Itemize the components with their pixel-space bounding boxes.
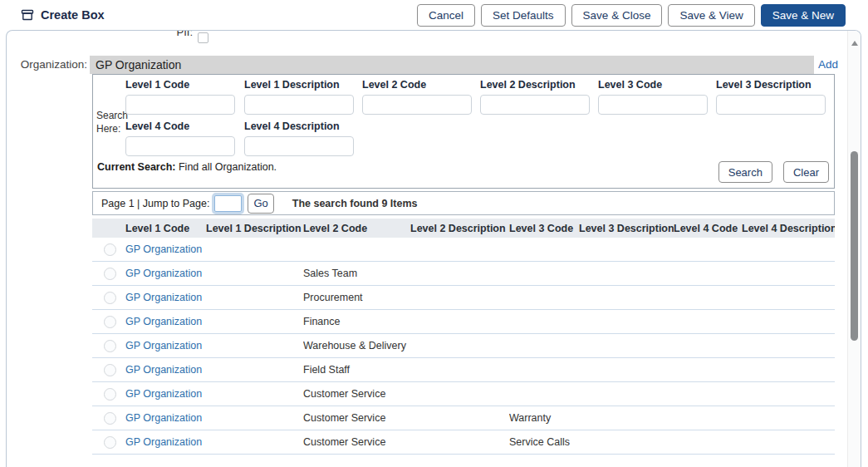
header-level-4-description: Level 4 Description: [742, 223, 835, 234]
field-level-1-description: Level 1 Description: [244, 79, 357, 115]
pii-checkbox[interactable]: [198, 32, 208, 43]
level-2-description-input[interactable]: [480, 95, 590, 115]
level-4-code-input[interactable]: [125, 136, 235, 156]
create-box-page: Create Box Cancel Set Defaults Save & Cl…: [0, 0, 868, 467]
level-3-code-label: Level 3 Code: [598, 79, 711, 91]
cell-level2-code: Procurement: [303, 292, 410, 303]
search-panel: Search Here: Level 1 Code Level 1 Descri…: [92, 74, 835, 189]
table-row: GP Organization Customer Service Warrant…: [92, 406, 835, 430]
cell-level2-code: Customer Service: [303, 388, 410, 400]
level-3-description-label: Level 3 Description: [716, 79, 829, 91]
page-title-group: Create Box: [21, 8, 105, 22]
go-button[interactable]: Go: [248, 194, 273, 214]
header-level-1-description: Level 1 Description: [206, 223, 303, 234]
organization-value-bar: GP Organization: [90, 56, 814, 74]
page-jump-label: Page 1 | Jump to Page:: [101, 198, 209, 209]
field-level-3-description: Level 3 Description: [716, 79, 829, 115]
jump-to-page-input[interactable]: [214, 195, 242, 212]
field-level-1-code: Level 1 Code: [125, 79, 238, 115]
header-level-2-code: Level 2 Code: [303, 223, 410, 234]
row-select-radio[interactable]: [104, 340, 116, 352]
level-2-code-label: Level 2 Code: [362, 79, 475, 91]
save-and-view-button[interactable]: Save & View: [668, 4, 754, 27]
table-header: Level 1 Code Level 1 Description Level 2…: [92, 219, 835, 238]
level-1-code-input[interactable]: [125, 95, 235, 115]
clear-button[interactable]: Clear: [783, 161, 829, 183]
set-defaults-button[interactable]: Set Defaults: [481, 4, 566, 27]
level1-code-link[interactable]: GP Organization: [125, 364, 202, 376]
table-body: GP Organization GP Organization Sales Te…: [92, 238, 835, 455]
toolbar-buttons: Cancel Set Defaults Save & Close Save & …: [417, 4, 846, 27]
cell-level2-code: Field Staff: [303, 364, 410, 376]
row-select-radio[interactable]: [104, 316, 116, 328]
scroll-up-arrow-icon[interactable]: [851, 41, 858, 46]
cell-level2-code: Finance: [303, 316, 410, 327]
cell-level2-code: Customer Service: [303, 436, 410, 448]
search-button[interactable]: Search: [718, 161, 772, 183]
level-2-code-input[interactable]: [362, 95, 472, 115]
row-select-radio[interactable]: [104, 268, 116, 280]
vertical-scrollbar[interactable]: [847, 31, 861, 467]
table-row: GP Organization Procurement: [92, 286, 835, 310]
level1-code-link[interactable]: GP Organization: [125, 292, 202, 303]
level1-code-link[interactable]: GP Organization: [125, 243, 202, 255]
table-row: GP Organization Customer Service: [92, 382, 835, 406]
header-level-1-code: Level 1 Code: [125, 223, 206, 234]
save-and-new-button[interactable]: Save & New: [761, 4, 846, 27]
scrollbar-thumb[interactable]: [851, 151, 858, 341]
header-level-2-description: Level 2 Description: [410, 223, 509, 234]
pagination-bar: Page 1 | Jump to Page: Go The search fou…: [92, 191, 835, 215]
search-actions: Search Clear: [718, 161, 829, 183]
pii-label: PII:: [156, 30, 193, 38]
table-row: GP Organization Warehouse & Delivery: [92, 334, 835, 358]
row-select-radio[interactable]: [104, 292, 116, 304]
level1-code-link[interactable]: GP Organization: [125, 436, 202, 448]
form-panel: PII: Organization: GP Organization Add S…: [6, 30, 861, 467]
results-count-text: The search found 9 Items: [292, 198, 418, 209]
cell-level3-code: Service Calls: [509, 436, 579, 448]
row-select-radio[interactable]: [104, 436, 116, 449]
table-row: GP Organization Finance: [92, 310, 835, 334]
level1-code-link[interactable]: GP Organization: [125, 268, 202, 279]
level1-code-link[interactable]: GP Organization: [125, 412, 202, 424]
level1-code-link[interactable]: GP Organization: [125, 388, 202, 400]
header-level-4-code: Level 4 Code: [674, 223, 742, 234]
table-row: GP Organization: [92, 238, 835, 262]
field-level-3-code: Level 3 Code: [598, 79, 711, 115]
add-link[interactable]: Add: [818, 58, 838, 71]
level-3-description-input[interactable]: [716, 95, 826, 115]
row-select-radio[interactable]: [104, 364, 116, 376]
current-search-line: Current Search: Find all Organization.: [97, 161, 277, 173]
table-row: GP Organization Sales Team: [92, 262, 835, 286]
level1-code-link[interactable]: GP Organization: [125, 316, 202, 327]
level1-code-link[interactable]: GP Organization: [125, 340, 202, 351]
level-4-description-label: Level 4 Description: [244, 120, 357, 132]
cell-level2-code: Warehouse & Delivery: [303, 340, 410, 351]
row-select-radio[interactable]: [104, 412, 116, 425]
field-level-4-code: Level 4 Code: [125, 120, 238, 156]
level-1-code-label: Level 1 Code: [125, 79, 238, 91]
cell-level2-code: Sales Team: [303, 268, 410, 279]
cell-level3-code: Warranty: [509, 412, 579, 424]
level-2-description-label: Level 2 Description: [480, 79, 593, 91]
create-box-icon: [21, 8, 34, 22]
field-level-2-code: Level 2 Code: [362, 79, 475, 115]
table-row: GP Organization Customer Service Service…: [92, 430, 835, 455]
save-and-close-button[interactable]: Save & Close: [571, 4, 663, 27]
row-select-radio[interactable]: [104, 388, 116, 401]
field-level-2-description: Level 2 Description: [480, 79, 593, 115]
header-level-3-code: Level 3 Code: [509, 223, 579, 234]
cancel-button[interactable]: Cancel: [417, 4, 475, 27]
level-1-description-input[interactable]: [244, 95, 354, 115]
level-4-description-input[interactable]: [244, 136, 354, 156]
header-level-3-description: Level 3 Description: [579, 223, 674, 234]
level-3-code-input[interactable]: [598, 95, 708, 115]
organization-label: Organization:: [7, 58, 87, 71]
table-row: GP Organization Field Staff: [92, 358, 835, 382]
current-search-value: Find all Organization.: [179, 161, 277, 173]
level-4-code-label: Level 4 Code: [125, 120, 238, 132]
field-level-4-description: Level 4 Description: [244, 120, 357, 156]
row-select-radio[interactable]: [104, 243, 116, 256]
top-toolbar: Create Box Cancel Set Defaults Save & Cl…: [0, 0, 868, 30]
page-title: Create Box: [41, 8, 105, 22]
